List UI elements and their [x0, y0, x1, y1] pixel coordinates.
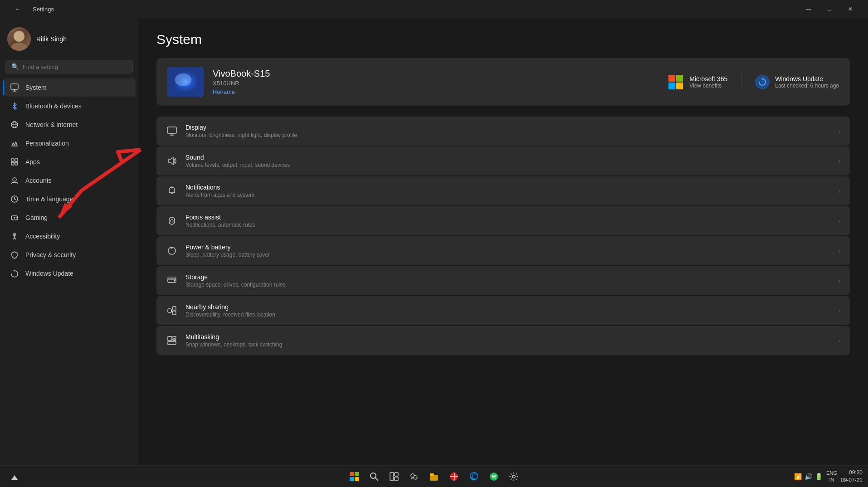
system-icon: [10, 83, 19, 92]
svg-rect-56: [395, 477, 398, 481]
notifications-title: Notifications: [185, 184, 831, 191]
svg-rect-24: [668, 83, 675, 89]
focus-subtitle: Notifications, automatic rules: [185, 222, 831, 228]
storage-title: Storage: [185, 273, 831, 281]
search-bar[interactable]: 🔍: [5, 60, 133, 73]
svg-rect-38: [172, 307, 176, 310]
time-icon: [10, 195, 19, 204]
wifi-icon[interactable]: 📶: [794, 473, 802, 480]
minimize-button[interactable]: —: [798, 0, 819, 18]
svg-point-31: [171, 219, 173, 222]
sidebar-item-label: System: [25, 84, 47, 91]
taskbar-chat-icon[interactable]: [405, 468, 423, 486]
sidebar-item-label: Bluetooth & devices: [25, 102, 82, 110]
windows-update-name: Windows Update: [775, 75, 839, 83]
storage-subtitle: Storage space, drives, configuration rul…: [185, 282, 831, 288]
svg-rect-54: [390, 472, 394, 481]
settings-item-display[interactable]: Display Monitors, brightness, night ligh…: [156, 117, 850, 146]
start-button[interactable]: [345, 468, 363, 486]
date: 09-07-21: [841, 477, 863, 484]
storage-icon: [166, 274, 178, 287]
device-services: Microsoft 365 View benefits Windows Up: [668, 73, 839, 91]
sidebar-item-accessibility[interactable]: Accessibility: [3, 227, 136, 245]
user-name: Ritik Singh: [36, 35, 67, 43]
svg-rect-60: [430, 473, 434, 476]
settings-item-sound[interactable]: Sound Volume levels, output, input, soun…: [156, 146, 850, 175]
sidebar-item-personalization[interactable]: Personalization: [3, 134, 136, 152]
sidebar-item-label: Privacy & security: [25, 251, 76, 258]
windows-update-logo: [755, 75, 770, 89]
sidebar-item-label: Network & internet: [25, 121, 78, 128]
taskbar-widget-icon[interactable]: [385, 468, 403, 486]
sidebar-item-update[interactable]: Windows Update: [3, 264, 136, 282]
focus-chevron: ›: [839, 217, 841, 224]
sidebar-item-system[interactable]: System: [3, 78, 136, 97]
svg-rect-50: [350, 477, 354, 481]
sidebar-item-network[interactable]: Network & internet: [3, 116, 136, 134]
search-input[interactable]: [23, 63, 127, 70]
taskbar-spotify-icon[interactable]: [485, 468, 503, 486]
title-bar-left: ← Settings: [7, 0, 54, 18]
svg-rect-8: [11, 159, 14, 161]
sound-chevron: ›: [839, 157, 841, 165]
svg-rect-2: [11, 84, 18, 89]
sidebar-item-apps[interactable]: Apps: [3, 153, 136, 171]
user-profile[interactable]: Ritik Singh: [0, 23, 138, 60]
display-subtitle: Monitors, brightness, night light, displ…: [185, 132, 831, 138]
svg-rect-25: [676, 83, 683, 89]
taskbar-settings-icon[interactable]: [505, 468, 523, 486]
svg-point-17: [16, 217, 17, 218]
taskbar-browser-icon[interactable]: [445, 468, 463, 486]
maximize-button[interactable]: □: [819, 0, 840, 18]
microsoft365-desc: View benefits: [689, 83, 727, 89]
taskbar-center: [345, 468, 523, 486]
settings-item-nearby[interactable]: Nearby sharing Discoverability, received…: [156, 296, 850, 325]
time: 09:30: [841, 469, 863, 477]
sidebar-item-gaming[interactable]: Gaming: [3, 209, 136, 227]
sidebar-item-privacy[interactable]: Privacy & security: [3, 246, 136, 264]
settings-item-power[interactable]: Power & battery Sleep, battery usage, ba…: [156, 236, 850, 265]
back-button[interactable]: ←: [7, 0, 28, 18]
taskbar-search-icon[interactable]: [365, 468, 383, 486]
svg-point-0: [14, 31, 24, 42]
taskbar-explorer-icon[interactable]: [425, 468, 443, 486]
notifications-chevron: ›: [839, 187, 841, 195]
sidebar-item-time[interactable]: Time & language: [3, 190, 136, 208]
battery-icon[interactable]: 🔋: [815, 473, 823, 480]
volume-icon[interactable]: 🔊: [805, 473, 812, 480]
sidebar-item-accounts[interactable]: Accounts: [3, 171, 136, 190]
settings-item-multitasking[interactable]: Multitasking Snap windows, desktops, tas…: [156, 326, 850, 355]
nearby-subtitle: Discoverability, received files location: [185, 312, 831, 318]
power-title: Power & battery: [185, 244, 831, 251]
multitasking-chevron: ›: [839, 337, 841, 344]
settings-item-focus[interactable]: Focus assist Notifications, automatic ru…: [156, 206, 850, 235]
network-icon: [10, 120, 19, 129]
settings-item-storage[interactable]: Storage Storage space, drives, configura…: [156, 266, 850, 295]
sidebar-item-bluetooth[interactable]: Bluetooth & devices: [3, 97, 136, 115]
svg-rect-22: [668, 75, 675, 82]
nearby-title: Nearby sharing: [185, 303, 831, 311]
close-button[interactable]: ✕: [840, 0, 861, 18]
sound-title: Sound: [185, 154, 831, 161]
svg-rect-51: [355, 477, 359, 481]
device-card: VivoBook-S15 X510UNR Rename: [156, 58, 850, 106]
svg-rect-55: [395, 472, 398, 476]
rename-link[interactable]: Rename: [213, 88, 270, 95]
taskbar-edge-icon[interactable]: [465, 468, 483, 486]
svg-point-12: [13, 178, 16, 181]
multitasking-subtitle: Snap windows, desktops, task switching: [185, 341, 831, 348]
notifications-icon: [166, 185, 178, 197]
svg-rect-45: [168, 341, 176, 345]
svg-marker-47: [11, 475, 18, 480]
app-body: Ritik Singh 🔍 System: [0, 18, 868, 465]
taskbar-expand-icon[interactable]: [5, 468, 24, 486]
microsoft365-service[interactable]: Microsoft 365 View benefits: [668, 74, 727, 90]
system-tray: 📶 🔊 🔋: [794, 473, 823, 480]
windows-update-service[interactable]: Windows Update Last checked: 6 hours ago: [755, 75, 839, 89]
device-info: VivoBook-S15 X510UNR Rename: [167, 67, 270, 97]
settings-item-notifications[interactable]: Notifications Alerts from apps and syste…: [156, 176, 850, 205]
personalization-icon: [10, 139, 19, 148]
taskbar: 📶 🔊 🔋 ENGIN 09:30 09-07-21: [0, 465, 868, 487]
notifications-subtitle: Alerts from apps and system: [185, 192, 831, 198]
svg-marker-29: [169, 157, 173, 165]
